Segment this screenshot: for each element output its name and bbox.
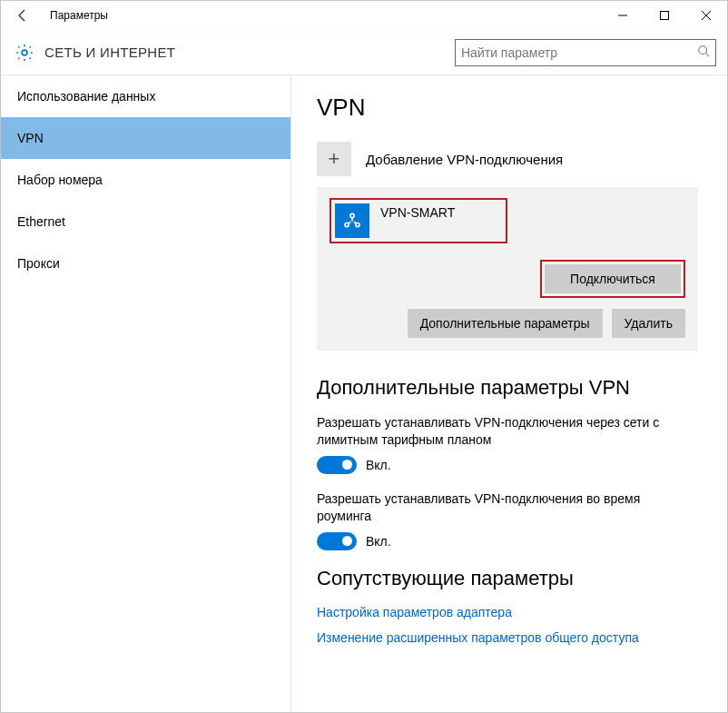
maximize-button[interactable]: [644, 1, 685, 30]
back-button[interactable]: [1, 1, 44, 30]
vpn-connection-name: VPN-SMART: [380, 203, 455, 220]
toggle-label: Вкл.: [366, 458, 391, 472]
setting-desc: Разрешать устанавливать VPN-подключения …: [317, 414, 662, 449]
vpn-connection-card: VPN-SMART Подключиться Дополнительные па…: [317, 187, 698, 351]
svg-point-7: [350, 213, 354, 217]
vpn-connection-icon: [335, 203, 369, 238]
close-button[interactable]: [685, 1, 727, 30]
sidebar-item-label: Использование данных: [17, 89, 155, 104]
header: СЕТЬ И ИНТЕРНЕТ: [1, 30, 727, 75]
content-area: VPN + Добавление VPN-подключения VPN-SMA…: [291, 75, 727, 713]
vpn-connection-header[interactable]: VPN-SMART: [330, 198, 507, 243]
add-vpn-row[interactable]: + Добавление VPN-подключения: [317, 142, 705, 176]
search-field[interactable]: [455, 39, 716, 66]
toggle-roaming[interactable]: [317, 532, 357, 550]
toggle-label: Вкл.: [366, 534, 391, 549]
svg-point-9: [356, 223, 359, 226]
sidebar-item-vpn[interactable]: VPN: [1, 117, 290, 159]
setting-metered: Разрешать устанавливать VPN-подключения …: [317, 414, 705, 474]
titlebar: Параметры: [1, 1, 727, 30]
delete-button[interactable]: Удалить: [612, 309, 685, 338]
setting-roaming: Разрешать устанавливать VPN-подключения …: [317, 490, 705, 550]
sidebar: Использование данных VPN Набор номера Et…: [1, 75, 291, 713]
connect-button-highlight: Подключиться: [540, 260, 685, 298]
svg-rect-1: [661, 11, 669, 19]
svg-point-5: [699, 46, 707, 54]
plus-icon: +: [329, 147, 340, 171]
search-icon: [697, 45, 710, 60]
svg-point-4: [22, 50, 27, 55]
advanced-options-button[interactable]: Дополнительные параметры: [408, 309, 603, 338]
svg-line-6: [706, 54, 710, 57]
setting-desc: Разрешать устанавливать VPN-подключения …: [317, 490, 662, 525]
settings-gear-icon: [14, 42, 35, 64]
page-title: VPN: [317, 94, 705, 122]
sidebar-item-proxy[interactable]: Прокси: [1, 243, 290, 284]
advanced-vpn-title: Дополнительные параметры VPN: [317, 376, 705, 400]
toggle-metered[interactable]: [317, 456, 357, 474]
plus-tile: +: [317, 142, 351, 176]
link-adapter-settings[interactable]: Настройка параметров адаптера: [317, 605, 705, 619]
window-title: Параметры: [44, 9, 602, 22]
minimize-button[interactable]: [602, 1, 644, 30]
svg-point-8: [345, 223, 349, 226]
sidebar-item-label: VPN: [17, 131, 44, 145]
sidebar-item-label: Набор номера: [17, 173, 103, 187]
related-title: Сопутствующие параметры: [317, 567, 705, 590]
add-vpn-label: Добавление VPN-подключения: [366, 152, 563, 167]
search-input[interactable]: [461, 45, 697, 60]
link-advanced-sharing[interactable]: Изменение расширенных параметров общего …: [317, 630, 705, 645]
sidebar-item-label: Прокси: [17, 256, 60, 271]
connect-button[interactable]: Подключиться: [545, 264, 681, 293]
sidebar-item-ethernet[interactable]: Ethernet: [1, 201, 290, 243]
sidebar-item-label: Ethernet: [17, 214, 65, 229]
sidebar-item-data-usage[interactable]: Использование данных: [1, 75, 290, 117]
sidebar-item-dialup[interactable]: Набор номера: [1, 159, 290, 201]
section-title: СЕТЬ И ИНТЕРНЕТ: [44, 45, 455, 60]
